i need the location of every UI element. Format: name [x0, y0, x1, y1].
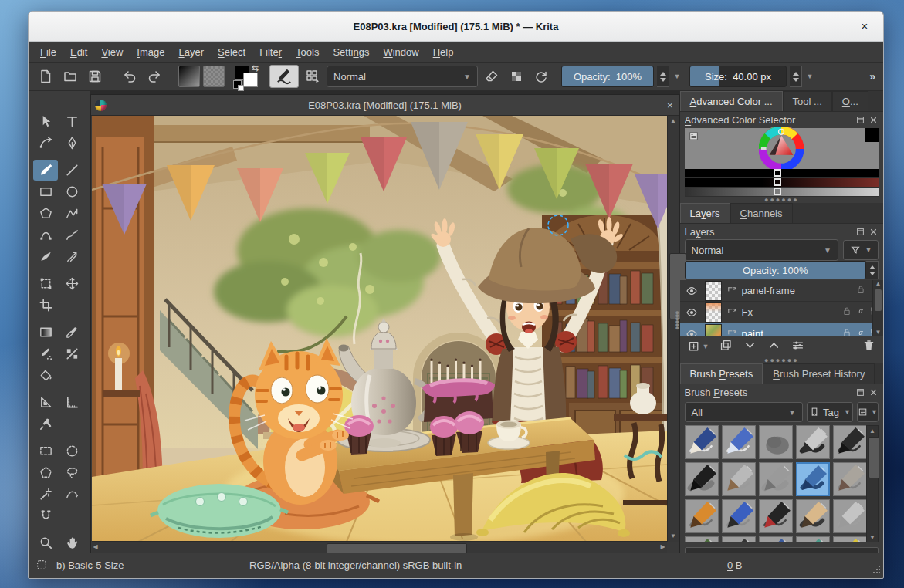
brush-editor-button[interactable]	[269, 65, 299, 88]
tool-select-shapes[interactable]	[33, 111, 58, 132]
brush-preset-13[interactable]	[759, 499, 793, 533]
preserve-alpha-button[interactable]	[506, 66, 527, 87]
scroll-down-icon[interactable]: ▼	[668, 531, 679, 542]
menu-select[interactable]: Select	[211, 44, 252, 60]
advanced-color-selector[interactable]	[685, 128, 879, 169]
tool-rectangular-selection[interactable]	[33, 441, 58, 461]
tool-reference-images[interactable]	[33, 414, 58, 434]
undo-button[interactable]	[119, 66, 141, 87]
float-docker-icon[interactable]	[855, 387, 865, 397]
move-layer-down-button[interactable]	[743, 339, 757, 354]
opacity-options-arrow[interactable]: ▼	[672, 73, 682, 80]
tool-line[interactable]	[59, 160, 84, 181]
new-document-button[interactable]	[35, 66, 56, 87]
layer-list-scrollbar[interactable]: ▲ ▼	[872, 280, 883, 336]
opacity-spinner[interactable]	[657, 66, 669, 87]
layer-row-paint[interactable]: paintα	[680, 323, 883, 336]
blending-mode-dropdown[interactable]: Normal ▼	[327, 66, 478, 87]
scrollbar-thumb[interactable]	[868, 437, 879, 478]
tool-calligraphy[interactable]	[59, 133, 84, 154]
window-resize-grip[interactable]	[872, 566, 880, 574]
layer-thumbnail[interactable]	[705, 302, 722, 323]
brush-preset-15[interactable]	[833, 499, 867, 533]
menu-layer[interactable]: Layer	[171, 44, 211, 60]
tool-magnetic-selection[interactable]	[33, 505, 58, 526]
tool-freehand-brush[interactable]	[33, 160, 58, 181]
brush-preset-14[interactable]	[796, 499, 830, 533]
opacity-slider[interactable]: Opacity: 100%	[561, 66, 654, 87]
tool-pattern-stamp[interactable]	[59, 343, 84, 364]
tab-advanced-color[interactable]: Advanced Color ...	[680, 91, 783, 111]
move-layer-up-button[interactable]	[767, 339, 780, 354]
duplicate-layer-button[interactable]	[719, 339, 733, 354]
layer-visibility-icon[interactable]	[683, 328, 700, 336]
brush-preset-7[interactable]	[722, 462, 756, 496]
menu-image[interactable]: Image	[130, 44, 171, 60]
tab-o[interactable]: O...	[832, 91, 868, 111]
brush-preset-18[interactable]	[759, 536, 793, 542]
window-close-button[interactable]: ×	[857, 19, 872, 34]
slider-marker[interactable]	[774, 178, 781, 186]
color-slider-3[interactable]	[685, 188, 879, 197]
scroll-up-icon[interactable]: ▲	[867, 426, 878, 437]
layer-blending-mode-dropdown[interactable]: Normal ▼	[685, 239, 838, 261]
brush-preset-11[interactable]	[685, 499, 719, 533]
layer-opacity-spinner[interactable]	[866, 261, 879, 279]
color-slider-2[interactable]	[685, 178, 879, 188]
tool-polygonal-selection[interactable]	[33, 462, 58, 483]
window-titlebar[interactable]: E08P03.kra [Modified] (175.1 MiB) * — Kr…	[29, 12, 883, 42]
splitter-handle[interactable]: ●●●●●●	[675, 311, 679, 329]
layer-row-panel-frame[interactable]: panel-frameα	[680, 280, 883, 302]
gradient-swatch-button[interactable]	[178, 66, 200, 87]
tool-polygon[interactable]	[33, 203, 58, 224]
menu-filter[interactable]: Filter	[252, 44, 289, 60]
scroll-up-icon[interactable]: ▲	[873, 280, 883, 287]
tool-rectangle[interactable]	[33, 181, 58, 202]
color-wheel[interactable]	[759, 127, 804, 171]
tool-fill[interactable]	[33, 365, 58, 386]
color-component-sliders[interactable]	[685, 169, 879, 197]
scroll-down-icon[interactable]: ▼	[873, 329, 883, 336]
size-spinner[interactable]	[790, 66, 802, 87]
tool-bezier-curve[interactable]	[33, 225, 58, 245]
brush-preset-5[interactable]	[833, 425, 867, 459]
add-layer-button[interactable]: ▼	[688, 340, 709, 353]
lock-icon[interactable]	[841, 306, 852, 319]
scroll-left-icon[interactable]: ◀	[93, 542, 98, 553]
layer-thumbnail[interactable]	[705, 281, 722, 301]
brush-preset-status-icon[interactable]	[35, 558, 49, 572]
tab-tool[interactable]: Tool ...	[783, 91, 832, 111]
close-docker-icon[interactable]	[868, 387, 879, 397]
layer-visibility-icon[interactable]	[683, 285, 700, 297]
float-docker-icon[interactable]	[855, 115, 865, 125]
brush-preset-17[interactable]	[722, 536, 756, 542]
choose-brush-preset-button[interactable]	[302, 66, 323, 87]
tool-smart-patch[interactable]	[33, 343, 58, 364]
menu-view[interactable]: View	[94, 44, 130, 60]
preset-display-mode-button[interactable]: ▼	[857, 402, 879, 422]
pattern-swatch-button[interactable]	[203, 66, 225, 87]
tab-brush-preset-history[interactable]: Brush Preset History	[763, 363, 875, 384]
tab-channels[interactable]: Channels	[730, 203, 793, 223]
menu-settings[interactable]: Settings	[326, 44, 376, 60]
brush-preset-4[interactable]	[796, 425, 830, 459]
brush-preset-19[interactable]	[796, 536, 830, 542]
slider-marker[interactable]	[774, 188, 781, 195]
background-color[interactable]	[243, 73, 258, 87]
menu-file[interactable]: File	[33, 44, 63, 60]
docker-resize-handle[interactable]: ●●●●●●	[680, 357, 883, 363]
redo-button[interactable]	[144, 66, 165, 87]
scroll-up-icon[interactable]: ▲	[668, 116, 679, 127]
open-document-button[interactable]	[59, 66, 81, 87]
brush-preset-2[interactable]	[722, 425, 756, 459]
slider-marker[interactable]	[774, 169, 781, 177]
close-docker-icon[interactable]	[868, 227, 879, 237]
toolbox-handle[interactable]	[32, 96, 86, 106]
tool-ellipse[interactable]	[59, 181, 84, 202]
reload-preset-button[interactable]	[530, 66, 552, 87]
tool-freehand-path[interactable]	[59, 225, 84, 245]
float-docker-icon[interactable]	[855, 227, 865, 237]
tool-text[interactable]	[59, 111, 84, 132]
brush-preset-3[interactable]	[759, 425, 793, 459]
tool-crop[interactable]	[33, 295, 58, 316]
